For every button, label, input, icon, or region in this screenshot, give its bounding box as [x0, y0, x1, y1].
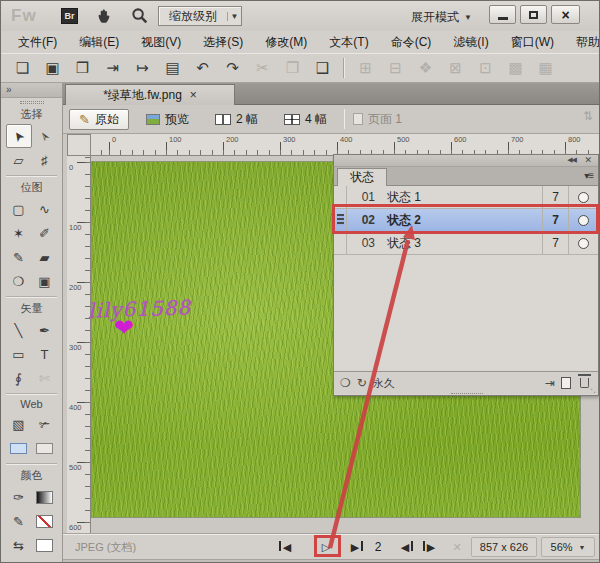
- state-include-toggle[interactable]: [568, 232, 598, 254]
- join-icon[interactable]: ❖: [416, 58, 435, 78]
- menu-edit[interactable]: 编辑(E): [70, 32, 128, 53]
- show-slices-button[interactable]: [32, 436, 58, 460]
- menu-commands[interactable]: 命令(C): [382, 32, 441, 53]
- zoom-percent-dropdown[interactable]: 56% ▼: [541, 537, 595, 557]
- paste-icon[interactable]: ❑: [313, 58, 332, 78]
- onion-skin-gutter[interactable]: [334, 209, 347, 231]
- two-up-view-button[interactable]: 2 幅: [206, 109, 267, 130]
- collapse-panel-icon[interactable]: ◀◀: [567, 156, 576, 164]
- state-row-3[interactable]: 03 状态 3 7: [334, 232, 598, 255]
- pointer-tool[interactable]: ➤: [6, 124, 32, 148]
- magnifier-icon[interactable]: [131, 7, 149, 25]
- line-tool[interactable]: ╲: [6, 318, 32, 342]
- brush-tool[interactable]: ✐: [32, 221, 58, 245]
- stop-button[interactable]: ✕: [447, 538, 467, 556]
- stamp-tool[interactable]: ▣: [32, 269, 58, 293]
- undo-icon[interactable]: ↶: [193, 58, 212, 78]
- gif-looping-icon[interactable]: ↻: [357, 376, 367, 390]
- states-tab[interactable]: 状态: [337, 168, 387, 186]
- menu-help[interactable]: 帮助(H): [567, 32, 600, 53]
- menu-modify[interactable]: 修改(M): [256, 32, 316, 53]
- cut-icon[interactable]: ✂: [253, 58, 272, 78]
- toolbar-separator[interactable]: [343, 58, 345, 78]
- onion-skin-gutter[interactable]: [334, 232, 347, 254]
- dock-grip[interactable]: [20, 101, 44, 104]
- send-back-icon[interactable]: ▩: [506, 58, 525, 78]
- state-delay[interactable]: 7: [542, 186, 568, 208]
- distribute-to-states-icon[interactable]: ⇥: [545, 376, 555, 390]
- hand-tool-icon[interactable]: [95, 7, 113, 25]
- canvas-dimensions[interactable]: 857 x 626: [471, 537, 537, 557]
- stroke-color-swatch[interactable]: [32, 485, 58, 509]
- state-row-1[interactable]: 01 状态 1 7: [334, 186, 598, 209]
- pen-tool[interactable]: ✒: [32, 318, 58, 342]
- document-tab[interactable]: *绿草地.fw.png ×: [65, 84, 235, 105]
- next-state-button[interactable]: ▶: [421, 538, 441, 556]
- menu-select[interactable]: 选择(S): [194, 32, 252, 53]
- text-tool[interactable]: T: [32, 342, 58, 366]
- export-icon[interactable]: ↦: [133, 58, 152, 78]
- default-color-swatch[interactable]: [32, 533, 58, 557]
- onion-skinning-icon[interactable]: ❍: [340, 376, 351, 390]
- freeform-tool[interactable]: ∮: [6, 366, 32, 390]
- copy-icon[interactable]: ❐: [283, 58, 302, 78]
- scale-tool[interactable]: ▱: [6, 148, 32, 172]
- ungroup-icon[interactable]: ⊟: [386, 58, 405, 78]
- pencil-stroke-icon[interactable]: ✎: [6, 509, 32, 533]
- hotspot-tool[interactable]: ▧: [6, 412, 32, 436]
- state-delay[interactable]: 7: [542, 232, 568, 254]
- group-icon[interactable]: ⊞: [356, 58, 375, 78]
- menu-filters[interactable]: 滤镜(I): [444, 32, 497, 53]
- save-icon[interactable]: ▣: [43, 58, 62, 78]
- redo-icon[interactable]: ↷: [223, 58, 242, 78]
- state-include-toggle[interactable]: [568, 209, 598, 231]
- zoom-level-dropdown[interactable]: 缩放级别 ▼: [158, 6, 242, 26]
- onion-skin-gutter[interactable]: [334, 186, 347, 208]
- bring-front-icon[interactable]: ⊡: [476, 58, 495, 78]
- split-icon[interactable]: ⊠: [446, 58, 465, 78]
- magic-wand-tool[interactable]: ✶: [6, 221, 32, 245]
- expand-mode-dropdown[interactable]: 展开模式 ▼: [411, 9, 472, 26]
- menu-file[interactable]: 文件(F): [9, 32, 66, 53]
- subselection-tool[interactable]: ➢: [32, 124, 58, 148]
- import-icon[interactable]: ⇥: [103, 58, 122, 78]
- tab-close-icon[interactable]: ×: [190, 88, 197, 102]
- page-nav-icons[interactable]: ⇅: [583, 109, 593, 123]
- crop-tool[interactable]: ♯: [32, 148, 58, 172]
- bridge-icon[interactable]: Br: [61, 8, 78, 24]
- close-button[interactable]: ×: [551, 5, 580, 24]
- slice-tool[interactable]: ✃: [32, 412, 58, 436]
- open-icon[interactable]: ❒: [73, 58, 92, 78]
- menu-view[interactable]: 视图(V): [132, 32, 190, 53]
- knife-tool[interactable]: ✄: [32, 366, 58, 390]
- play-button[interactable]: ▷: [315, 538, 337, 556]
- preview-view-button[interactable]: 预览: [137, 109, 198, 130]
- align-icon[interactable]: ▦: [536, 58, 555, 78]
- panel-drag-bar[interactable]: ◀◀ ✕: [334, 155, 598, 167]
- state-row-2[interactable]: 02 状态 2 7: [334, 209, 598, 232]
- dock-header[interactable]: »: [1, 83, 62, 98]
- minimize-button[interactable]: [489, 5, 516, 24]
- menu-text[interactable]: 文本(T): [320, 32, 377, 53]
- panel-bottom-grip[interactable]: [451, 393, 483, 396]
- new-state-icon[interactable]: [561, 377, 571, 389]
- print-icon[interactable]: ▤: [163, 58, 182, 78]
- state-include-toggle[interactable]: [568, 186, 598, 208]
- marquee-tool[interactable]: ▢: [6, 197, 32, 221]
- panel-menu-icon[interactable]: ▾≡: [584, 170, 593, 181]
- fill-color-swatch[interactable]: [32, 509, 58, 533]
- eraser-tool[interactable]: ▰: [32, 245, 58, 269]
- menu-window[interactable]: 窗口(W): [502, 32, 563, 53]
- blur-tool[interactable]: ❍: [6, 269, 32, 293]
- rectangle-tool[interactable]: ▭: [6, 342, 32, 366]
- last-state-button[interactable]: ▶: [345, 538, 365, 556]
- four-up-view-button[interactable]: 4 幅: [275, 109, 336, 130]
- pencil-tool[interactable]: ✎: [6, 245, 32, 269]
- first-state-button[interactable]: ◀: [277, 538, 297, 556]
- new-doc-icon[interactable]: ❏: [13, 58, 32, 78]
- eyedropper-tool[interactable]: ✑: [6, 485, 32, 509]
- state-delay[interactable]: 7: [542, 209, 568, 231]
- lasso-tool[interactable]: ∿: [32, 197, 58, 221]
- previous-state-button[interactable]: ◀: [395, 538, 415, 556]
- panel-resize-grip[interactable]: ⋱: [587, 384, 596, 394]
